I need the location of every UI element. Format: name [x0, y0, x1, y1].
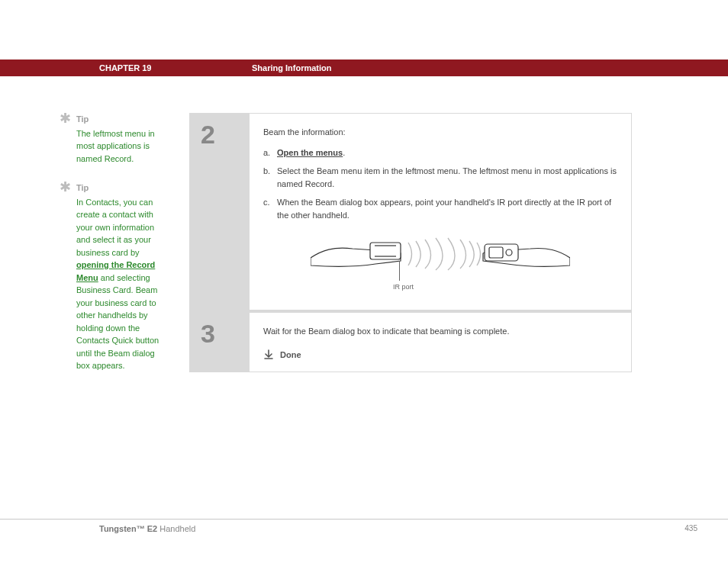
- step-number: 2: [190, 114, 250, 310]
- step-body: Wait for the Beam dialog box to indicate…: [250, 313, 631, 372]
- substep: b. Select the Beam menu item in the left…: [263, 165, 617, 190]
- ir-beam-svg: [311, 227, 570, 282]
- svg-rect-0: [370, 243, 401, 259]
- chapter-header: CHAPTER 19 Sharing Information: [0, 60, 728, 76]
- tip: ✱ Tip The leftmost menu in most applicat…: [76, 113, 168, 165]
- step-intro: Beam the information:: [263, 126, 617, 139]
- done-label: Done: [280, 349, 301, 362]
- substep: c. When the Beam dialog box appears, poi…: [263, 196, 617, 221]
- asterisk-icon: ✱: [60, 180, 71, 194]
- substep-text: Select the Beam menu item in the leftmos…: [277, 165, 617, 190]
- tip-body: The leftmost menu in most applications i…: [76, 127, 168, 166]
- asterisk-icon: ✱: [60, 111, 71, 125]
- section-label: Sharing Information: [252, 63, 332, 72]
- done-row: Done: [263, 349, 617, 362]
- substep: a. Open the menus.: [263, 146, 617, 159]
- step-body: Beam the information: a. Open the menus.…: [250, 114, 631, 310]
- svg-rect-4: [489, 247, 503, 258]
- step: 2 Beam the information: a. Open the menu…: [190, 114, 631, 310]
- substep-text: When the Beam dialog box appears, point …: [277, 196, 617, 221]
- page-footer: Tungsten™ E2 Handheld 435: [0, 519, 728, 533]
- tip-label: Tip: [76, 113, 168, 126]
- product-rest: Handheld: [157, 524, 195, 533]
- substep-letter: b.: [263, 165, 277, 190]
- substep-post: .: [343, 148, 345, 157]
- product-bold: Tungsten™ E2: [99, 524, 157, 533]
- svg-point-5: [506, 249, 512, 256]
- main-steps: 2 Beam the information: a. Open the menu…: [189, 113, 632, 372]
- substep-text: Open the menus.: [277, 146, 345, 159]
- substep-letter: a.: [263, 146, 277, 159]
- page-number: 435: [685, 524, 697, 533]
- step: 3 Wait for the Beam dialog box to indica…: [190, 310, 631, 372]
- ir-port-label: IR port: [393, 282, 414, 293]
- product-name: Tungsten™ E2 Handheld: [99, 524, 195, 533]
- tip-text-pre: In Contacts, you can create a contact wi…: [76, 198, 154, 257]
- step-container: 2 Beam the information: a. Open the menu…: [189, 113, 632, 372]
- done-arrow-icon: [263, 349, 274, 360]
- tip-text: The leftmost menu in most applications i…: [76, 129, 155, 163]
- sidebar-tips: ✱ Tip The leftmost menu in most applicat…: [0, 113, 183, 389]
- tip-label: Tip: [76, 182, 168, 195]
- chapter-label: CHAPTER 19: [0, 63, 252, 72]
- tip-body: In Contacts, you can create a contact wi…: [76, 196, 168, 372]
- open-menus-link[interactable]: Open the menus: [277, 148, 343, 157]
- beam-illustration: IR port: [311, 227, 570, 298]
- step-number: 3: [190, 313, 250, 372]
- step-intro: Wait for the Beam dialog box to indicate…: [263, 325, 617, 338]
- ir-pointer-line: [399, 261, 400, 281]
- tip: ✱ Tip In Contacts, you can create a cont…: [76, 182, 168, 372]
- substep-letter: c.: [263, 196, 277, 221]
- tip-text-post: and selecting Business Card. Beam your b…: [76, 273, 159, 371]
